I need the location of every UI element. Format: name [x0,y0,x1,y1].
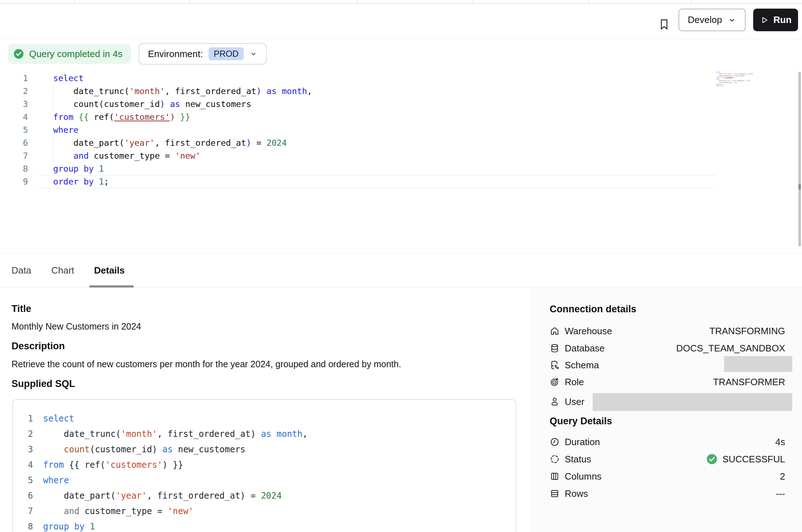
query-status-text: Query completed in 4s [29,48,122,60]
query-details-heading: Query Details [550,416,612,427]
scrollbar-thumb-notch [798,184,801,190]
run-button[interactable]: Run [753,9,798,31]
code-line: 5where [0,123,802,136]
status-icon [550,454,560,464]
supplied-sql-block: 1select2 date_trunc('month', first_order… [12,399,516,532]
rows-row: Rows --- [550,485,785,502]
user-icon [550,397,560,407]
role-value: TRANSFORMER [713,377,785,388]
tabstrip-divider [190,0,190,4]
status-label: Status [565,454,591,465]
develop-label: Develop [688,14,722,25]
code-line: 6 date_part('year', first_ordered_at) = … [13,488,516,504]
line-number: 7 [13,504,33,519]
schema-value-redacted [724,356,792,372]
role-label: Role [565,377,584,388]
code-line: 5where [13,473,516,488]
user-value-redacted [593,393,792,411]
code-line: 4from {{ ref('customers') }} [13,457,516,473]
warehouse-value: TRANSFORMING [709,326,785,337]
environment-selector[interactable]: Environment: PROD [139,43,267,65]
line-number: 6 [13,488,33,504]
check-circle-icon [706,453,718,465]
code-line: 7 and customer_type = 'new' [13,504,516,519]
duration-icon [550,437,560,447]
line-number: 7 [0,149,28,162]
columns-row: Columns 2 [550,468,785,485]
description-value: Retrieve the count of new customers per … [11,359,401,369]
line-number: 5 [0,123,28,136]
tab-details[interactable]: Details [94,253,125,287]
code-line: 6 date_part('year', first_ordered_at) = … [0,136,802,149]
line-number: 4 [13,457,33,473]
tabstrip-divider [589,0,589,4]
line-number: 3 [0,98,28,111]
duration-label: Duration [565,437,600,448]
editor-minimap[interactable]: select date_trunc('month', first_ordered… [716,71,763,87]
chevron-down-icon [728,16,736,24]
code-line: 2 date_trunc('month', first_ordered_at) … [0,85,802,98]
status-value-text: SUCCESSFUL [722,454,785,465]
line-number: 6 [0,136,28,149]
database-label: Database [565,343,605,354]
status-value: SUCCESSFUL [706,453,785,465]
schema-icon [550,360,560,370]
duration-value: 4s [775,437,785,448]
line-number: 2 [0,85,28,98]
code-line: 3 count(customer_id) as new_customers [13,442,516,457]
code-line: 7 and customer_type = 'new' [0,149,802,162]
user-label: User [565,396,584,407]
warehouse-icon [550,326,560,336]
supplied-sql-heading: Supplied SQL [11,378,75,389]
line-number: 9 [0,175,28,188]
code-line: 8group by 1 [0,162,802,175]
line-number: 1 [13,411,33,426]
warehouse-row: Warehouse TRANSFORMING [550,322,785,340]
role-row: Role TRANSFORMER [550,373,785,391]
sql-editor[interactable]: 1select2 date_trunc('month', first_order… [0,72,802,190]
description-heading: Description [11,341,65,352]
query-status-badge: Query completed in 4s [8,44,131,64]
line-number: 1 [0,72,28,85]
line-number: 8 [13,519,33,532]
browser-tabstrip [0,0,802,4]
indent-guide [53,85,53,111]
tabstrip-divider [473,0,473,4]
app-window: Develop Run Query completed in 4s Enviro… [0,0,802,532]
line-number: 4 [0,111,28,123]
environment-value-chip: PROD [209,47,243,60]
columns-label: Columns [565,471,602,482]
line-number: 2 [13,426,33,442]
database-icon [550,343,560,353]
connection-details-panel: Connection details Warehouse TRANSFORMIN… [532,288,802,532]
code-line: 1select [0,72,802,85]
run-label: Run [773,14,792,25]
rows-value: --- [776,488,785,499]
tabstrip-divider [357,0,358,4]
play-icon [760,15,769,25]
rows-icon [550,489,560,499]
code-line: 2 date_trunc('month', first_ordered_at) … [13,426,516,442]
check-circle-icon [13,48,24,60]
title-value: Monthly New Customers in 2024 [11,321,141,332]
columns-icon [550,471,560,481]
code-line: 1select [13,411,516,426]
chevron-down-icon [250,50,257,58]
line-number: 3 [13,442,33,457]
title-heading: Title [11,303,31,314]
code-line: 4from {{ ref('customers') }} [0,111,802,123]
tab-data[interactable]: Data [11,253,31,287]
duration-row: Duration 4s [550,433,785,451]
environment-label: Environment: [148,48,203,60]
tab-chart[interactable]: Chart [51,253,74,287]
editor-scrollbar[interactable] [798,72,801,246]
indent-guide [53,137,53,162]
database-row: Database DOCS_TEAM_SANDBOX [550,340,785,357]
tabstrip-divider [74,0,75,4]
active-line-border [38,175,715,176]
active-line-border [38,188,715,188]
line-number: 8 [0,162,28,175]
develop-dropdown-button[interactable]: Develop [679,9,746,31]
database-value: DOCS_TEAM_SANDBOX [676,343,785,354]
bookmark-icon[interactable] [656,15,672,33]
